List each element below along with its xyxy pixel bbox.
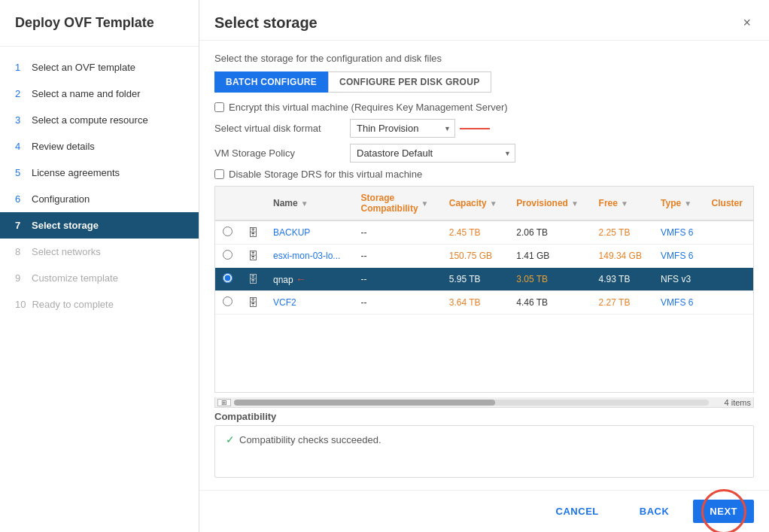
table-row[interactable]: 🗄VCF2--3.64 TB4.46 TB2.27 TBVMFS 6 (215, 291, 753, 315)
row-free: 4.93 TB (591, 268, 653, 291)
sidebar-item-4[interactable]: 4 Review details (0, 133, 199, 160)
th-cluster[interactable]: Cluster (704, 187, 753, 220)
row-radio-input[interactable] (223, 296, 233, 306)
vm-storage-policy-label: VM Storage Policy (214, 147, 350, 159)
table-row[interactable]: 🗄qnap ←--5.95 TB3.05 TB4.93 TBNFS v3 (215, 268, 753, 291)
step-num-9: 9 (15, 272, 26, 284)
sidebar-item-1[interactable]: 1 Select an OVF template (0, 54, 199, 81)
table-row[interactable]: 🗄BACKUP--2.45 TB2.06 TB2.25 TBVMFS 6 (215, 220, 753, 245)
row-cluster (704, 291, 753, 315)
row-free: 2.27 TB (591, 291, 653, 315)
close-button[interactable]: × (740, 12, 754, 34)
provisioned-filter-icon[interactable]: ▼ (571, 199, 579, 208)
step-num-7: 7 (15, 220, 26, 231)
sidebar-item-3[interactable]: 3 Select a compute resource (0, 107, 199, 133)
vm-storage-policy-select[interactable]: Datastore Default (350, 144, 515, 163)
datastore-icon: 🗄 (248, 296, 258, 309)
row-radio-input[interactable] (223, 273, 233, 283)
row-storage-compat: -- (354, 291, 442, 315)
step-num-10: 10 (15, 299, 26, 310)
datastore-icon: 🗄 (248, 273, 258, 285)
step-num-8: 8 (15, 246, 26, 257)
row-free: 149.34 GB (591, 245, 653, 268)
dialog-subtitle: Select the storage for the configuration… (214, 53, 754, 64)
sidebar-label-1: Select an OVF template (32, 62, 135, 73)
datastore-icon: 🗄 (248, 250, 258, 262)
vm-storage-policy-wrapper[interactable]: Datastore Default (350, 144, 515, 163)
table-body: 🗄BACKUP--2.45 TB2.06 TB2.25 TBVMFS 6🗄esx… (215, 220, 753, 315)
row-radio-input[interactable] (223, 226, 233, 236)
row-icon-cell: 🗄 (240, 220, 266, 245)
th-name[interactable]: Name ▼ (266, 187, 354, 220)
virtual-disk-format-label: Select virtual disk format (214, 123, 350, 134)
row-cluster (704, 245, 753, 268)
compatibility-section: Compatibility ✓ Compatibility checks suc… (214, 411, 754, 478)
row-radio-cell (215, 291, 240, 315)
th-capacity[interactable]: Capacity ▼ (442, 187, 509, 220)
storage-table-container: Name ▼ StorageCompatibility ▼ (214, 186, 754, 393)
capacity-filter-icon[interactable]: ▼ (490, 199, 497, 208)
next-button-wrapper: NEXT (693, 500, 754, 523)
dialog-header: Select storage × (199, 0, 769, 41)
th-storage-compat[interactable]: StorageCompatibility ▼ (354, 187, 442, 220)
next-button[interactable]: NEXT (693, 500, 754, 523)
encrypt-label: Encrypt this virtual machine (Requires K… (229, 102, 508, 113)
sidebar-label-7: Select storage (32, 220, 99, 231)
compat-success-row: ✓ Compatibility checks succeeded. (226, 433, 743, 445)
sidebar-label-10: Ready to complete (32, 299, 113, 310)
disable-drs-row: Disable Storage DRS for this virtual mac… (214, 169, 754, 180)
dialog-title: Select storage (214, 14, 318, 32)
th-provisioned[interactable]: Provisioned ▼ (509, 187, 591, 220)
sidebar-item-9: 9 Customize template (0, 265, 199, 291)
scroll-expand-button[interactable]: ⊞ (217, 399, 231, 406)
table-row[interactable]: 🗄esxi-mon-03-lo...--150.75 GB1.41 GB149.… (215, 245, 753, 268)
type-filter-icon[interactable]: ▼ (684, 199, 691, 208)
sidebar-item-2[interactable]: 2 Select a name and folder (0, 81, 199, 107)
row-icon-cell: 🗄 (240, 245, 266, 268)
compatibility-label: Compatibility (214, 411, 754, 422)
sidebar-label-4: Review details (32, 141, 95, 152)
row-radio-cell (215, 245, 240, 268)
app-title: Deploy OVF Template (0, 15, 199, 47)
name-filter-icon[interactable]: ▼ (301, 199, 309, 208)
virtual-disk-format-wrapper[interactable]: Thin Provision (350, 119, 455, 138)
step-num-1: 1 (15, 62, 26, 73)
sidebar-label-5: License agreements (32, 167, 120, 178)
datastore-icon: 🗄 (248, 226, 258, 239)
free-filter-icon[interactable]: ▼ (621, 199, 628, 208)
content-area: Select the storage for the configuration… (199, 41, 769, 490)
cancel-button[interactable]: CANCEL (540, 500, 616, 523)
row-radio-cell (215, 220, 240, 245)
row-radio-input[interactable] (223, 250, 233, 260)
scrollbar-thumb[interactable] (234, 400, 495, 406)
dialog-footer: CANCEL BACK NEXT (199, 490, 769, 532)
disable-drs-label: Disable Storage DRS for this virtual mac… (229, 169, 422, 180)
th-icon (240, 187, 266, 220)
sidebar-item-6[interactable]: 6 Configuration (0, 186, 199, 212)
th-free[interactable]: Free ▼ (591, 187, 653, 220)
encrypt-checkbox[interactable] (214, 102, 224, 112)
storage-table: Name ▼ StorageCompatibility ▼ (215, 187, 753, 315)
sidebar-item-7[interactable]: 7 Select storage (0, 212, 199, 239)
row-storage-compat: -- (354, 220, 442, 245)
row-type: NFS v3 (653, 268, 704, 291)
back-button[interactable]: BACK (623, 500, 686, 523)
row-storage-compat: -- (354, 268, 442, 291)
row-name: BACKUP (266, 220, 354, 245)
sidebar-item-10: 10 Ready to complete (0, 291, 199, 318)
tab-batch-configure[interactable]: BATCH CONFIGURE (214, 71, 328, 93)
step-num-2: 2 (15, 88, 26, 99)
th-type[interactable]: Type ▼ (653, 187, 704, 220)
items-count: 4 items (713, 398, 751, 407)
scrollbar-track[interactable] (234, 400, 709, 406)
virtual-disk-format-select[interactable]: Thin Provision (350, 119, 455, 138)
step-num-3: 3 (15, 114, 26, 126)
scrollbar-area[interactable]: ⊞ 4 items (214, 397, 754, 408)
tab-configure-per-disk-group[interactable]: CONFIGURE PER DISK GROUP (328, 71, 491, 93)
disable-drs-checkbox[interactable] (214, 169, 224, 179)
row-icon-cell: 🗄 (240, 268, 266, 291)
storage-compat-filter-icon[interactable]: ▼ (421, 199, 429, 208)
sidebar-item-5[interactable]: 5 License agreements (0, 160, 199, 186)
check-icon: ✓ (226, 433, 235, 445)
compat-success-message: Compatibility checks succeeded. (239, 434, 381, 445)
